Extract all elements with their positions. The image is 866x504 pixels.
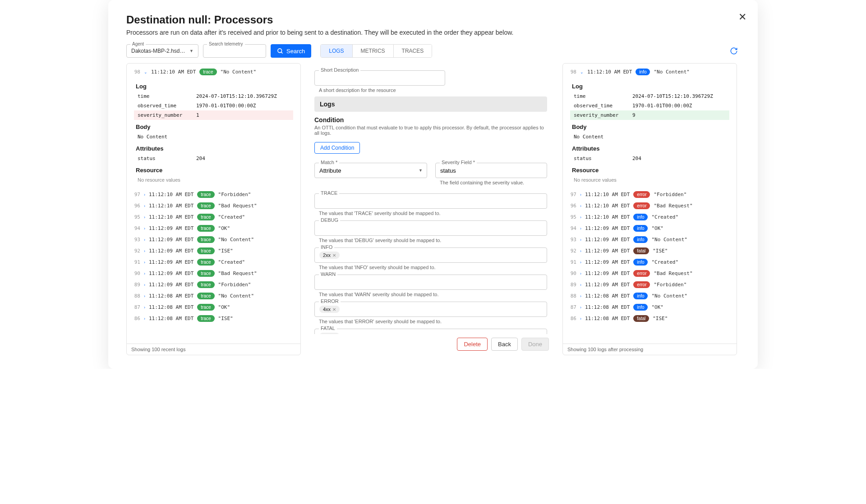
- log-number: 90: [131, 270, 140, 276]
- log-row[interactable]: 92 › 11:12:09 AM EDT fatal "ISE": [566, 245, 734, 257]
- log-message: "No Content": [651, 293, 687, 299]
- log-row[interactable]: 90 › 11:12:09 AM EDT trace "Bad Request": [129, 268, 298, 279]
- log-time: 11:12:09 AM EDT: [149, 282, 193, 288]
- severity-chip-input[interactable]: 2xx✕: [314, 247, 547, 263]
- severity-chip[interactable]: 2xx✕: [319, 252, 340, 259]
- log-row[interactable]: 97 › 11:12:10 AM EDT error "Forbidden": [566, 189, 734, 200]
- log-number: 93: [567, 237, 576, 243]
- severity-chip[interactable]: 4xx✕: [319, 306, 340, 313]
- log-row[interactable]: 93 › 11:12:09 AM EDT trace "No Content": [129, 234, 298, 245]
- severity-chip-input[interactable]: [314, 220, 547, 236]
- log-time: 11:12:08 AM EDT: [585, 304, 630, 310]
- log-row[interactable]: 95 › 11:12:10 AM EDT info "Created": [566, 211, 734, 223]
- severity-field-input[interactable]: [435, 163, 547, 178]
- chip-remove-icon[interactable]: ✕: [332, 307, 336, 312]
- log-row[interactable]: 88 › 11:12:08 AM EDT info "No Content": [566, 290, 734, 302]
- agent-select[interactable]: Agent Dakotas-MBP-2.hsd1.mi.co... ▼: [126, 44, 198, 58]
- search-button[interactable]: Search: [271, 44, 311, 58]
- log-number: 94: [567, 225, 576, 231]
- severity-chip-input[interactable]: [314, 275, 547, 290]
- log-row[interactable]: 86 › 11:12:08 AM EDT trace "ISE": [129, 313, 298, 324]
- tab-traces[interactable]: TRACES: [394, 45, 432, 57]
- no-resource-text: No resource values: [570, 175, 729, 184]
- severity-level-error: ERROR 4xx✕: [314, 302, 547, 317]
- log-time: 11:12:10 AM EDT: [585, 203, 630, 209]
- severity-chip-input[interactable]: 5xx✕: [314, 329, 547, 334]
- short-description-input[interactable]: [314, 70, 445, 86]
- short-description-field: Short Description: [314, 70, 547, 86]
- log-message: "Forbidden": [218, 192, 251, 197]
- close-button[interactable]: ✕: [738, 11, 746, 23]
- log-row[interactable]: 91 › 11:12:09 AM EDT trace "Created": [129, 257, 298, 268]
- log-row[interactable]: 95 › 11:12:10 AM EDT trace "Created": [129, 211, 298, 223]
- log-message: "Bad Request": [654, 270, 692, 276]
- log-row[interactable]: 89 › 11:12:09 AM EDT error "Forbidden": [566, 279, 734, 290]
- page-title: Destination null: Processors: [126, 14, 740, 26]
- log-row[interactable]: 94 › 11:12:09 AM EDT trace "OK": [129, 223, 298, 234]
- delete-button[interactable]: Delete: [457, 338, 488, 351]
- detail-kv: severity_number9: [570, 110, 729, 120]
- severity-badge: info: [633, 214, 648, 220]
- done-button[interactable]: Done: [521, 338, 549, 351]
- severity-level-debug: DEBUG: [314, 220, 547, 236]
- log-number: 87: [567, 304, 576, 310]
- chip-remove-icon[interactable]: ✕: [332, 253, 336, 258]
- log-row[interactable]: 91 › 11:12:09 AM EDT info "Created": [566, 257, 734, 268]
- log-message: "No Content": [218, 293, 254, 299]
- severity-level-help: The values that 'TRACE' severity should …: [319, 211, 547, 216]
- tab-logs[interactable]: LOGS: [321, 45, 352, 57]
- log-row[interactable]: 97 › 11:12:10 AM EDT trace "Forbidden": [129, 189, 298, 200]
- page-subtitle: Processors are run on data after it's re…: [126, 29, 740, 36]
- condition-title: Condition: [314, 116, 547, 124]
- severity-chip-input[interactable]: 4xx✕: [314, 302, 547, 317]
- chip-remove-icon[interactable]: ✕: [332, 334, 336, 334]
- back-button[interactable]: Back: [491, 338, 518, 351]
- log-row[interactable]: 86 › 11:12:08 AM EDT fatal "ISE": [566, 313, 734, 324]
- log-message: "No Content": [221, 69, 256, 75]
- log-row[interactable]: 87 › 11:12:08 AM EDT info "OK": [566, 302, 734, 313]
- refresh-button[interactable]: [728, 45, 740, 57]
- log-row[interactable]: 89 › 11:12:09 AM EDT trace "Forbidden": [129, 279, 298, 290]
- body-section-header: Body: [572, 124, 729, 130]
- search-input-wrap[interactable]: Search telemetry: [203, 44, 266, 58]
- log-message: "OK": [218, 225, 230, 231]
- severity-chip[interactable]: 5xx✕: [319, 333, 340, 334]
- severity-badge: trace: [197, 304, 214, 311]
- log-row[interactable]: 92 › 11:12:09 AM EDT trace "ISE": [129, 245, 298, 257]
- search-input[interactable]: [208, 48, 261, 54]
- detail-kv: time2024-07-10T15:12:10.396729Z: [570, 92, 729, 101]
- chevron-right-icon: ›: [144, 305, 145, 310]
- log-time: 11:12:09 AM EDT: [149, 237, 193, 243]
- log-row-expanded[interactable]: 98 ⌄ 11:12:10 AM EDT info "No Content": [566, 66, 734, 78]
- log-message: "Created": [651, 259, 678, 265]
- log-number: 95: [131, 214, 140, 220]
- search-icon: [277, 48, 284, 55]
- log-row[interactable]: 94 › 11:12:09 AM EDT info "OK": [566, 223, 734, 234]
- tab-metrics[interactable]: METRICS: [353, 45, 394, 57]
- log-row[interactable]: 88 › 11:12:08 AM EDT trace "No Content": [129, 290, 298, 302]
- match-value[interactable]: [314, 163, 427, 178]
- chevron-right-icon: ›: [144, 238, 145, 242]
- log-message: "OK": [651, 225, 663, 231]
- chevron-right-icon: ›: [580, 305, 581, 310]
- log-row[interactable]: 96 › 11:12:10 AM EDT trace "Bad Request": [129, 200, 298, 211]
- severity-level-help: The values that 'WARN' severity should b…: [319, 292, 547, 297]
- log-message: "No Content": [654, 69, 689, 75]
- severity-badge: trace: [197, 202, 214, 209]
- log-row[interactable]: 87 › 11:12:08 AM EDT trace "OK": [129, 302, 298, 313]
- match-field[interactable]: Match * ▼: [314, 163, 427, 178]
- log-number: 94: [131, 225, 140, 231]
- chevron-right-icon: ›: [144, 283, 145, 287]
- log-row[interactable]: 96 › 11:12:10 AM EDT error "Bad Request": [566, 200, 734, 211]
- severity-badge: info: [633, 225, 648, 232]
- log-row[interactable]: 93 › 11:12:09 AM EDT info "No Content": [566, 234, 734, 245]
- log-row-expanded[interactable]: 98 ⌄ 11:12:10 AM EDT trace "No Content": [129, 66, 298, 78]
- log-row[interactable]: 90 › 11:12:09 AM EDT error "Bad Request": [566, 268, 734, 279]
- chevron-right-icon: ›: [580, 260, 581, 265]
- log-number: 91: [567, 259, 576, 265]
- add-condition-button[interactable]: Add Condition: [314, 142, 360, 154]
- severity-chip-input[interactable]: [314, 193, 547, 209]
- detail-kv: status204: [134, 154, 293, 163]
- severity-badge: info: [633, 304, 648, 311]
- resource-section-header: Resource: [136, 167, 293, 174]
